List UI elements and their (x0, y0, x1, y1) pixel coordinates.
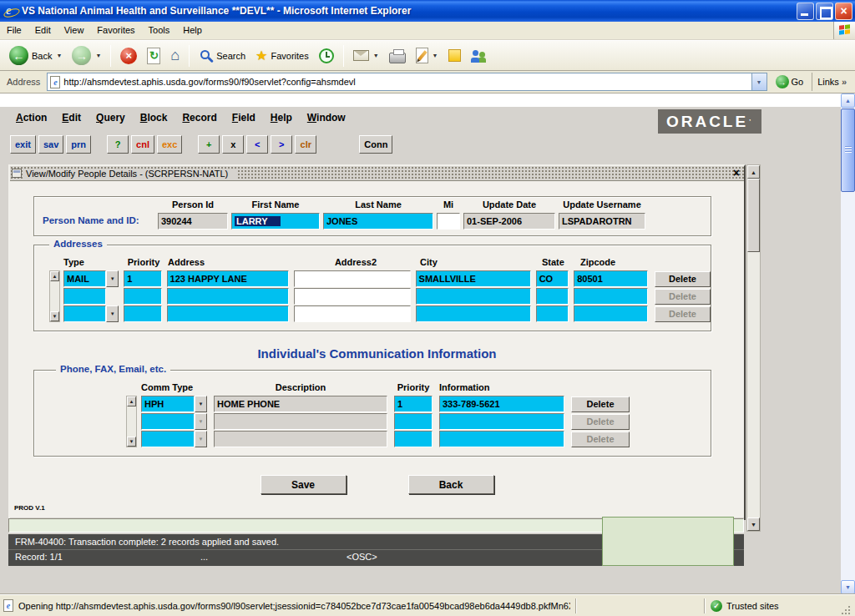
mail-dropdown-icon[interactable]: ▼ (373, 53, 379, 58)
minimize-button[interactable] (797, 3, 814, 20)
forms-menu-record[interactable]: Record (175, 109, 224, 126)
applet-scrollbar[interactable]: ▲ ▼ (746, 164, 761, 532)
comm-priority-field[interactable] (394, 431, 433, 447)
discuss-button[interactable] (467, 43, 490, 68)
refresh-button[interactable]: ↻ (143, 43, 164, 68)
page-scroll-up-icon[interactable]: ▲ (841, 93, 855, 108)
back-dropdown-icon[interactable]: ▼ (56, 53, 62, 58)
clear-toolbar-button[interactable]: clr (295, 135, 316, 154)
comm-type-field[interactable] (141, 431, 195, 447)
insert-record-button[interactable]: + (198, 135, 220, 154)
forward-button[interactable]: → ▼ (68, 43, 105, 68)
description-field[interactable] (214, 431, 387, 447)
page-scroll-thumb[interactable] (841, 109, 855, 192)
forward-dropdown-icon[interactable]: ▼ (95, 53, 101, 58)
applet-scroll-up-icon[interactable]: ▲ (747, 165, 760, 179)
forms-menu-action[interactable]: Action (8, 109, 54, 126)
address-input[interactable] (60, 77, 751, 87)
type-dropdown-icon[interactable]: ▼ (106, 305, 119, 322)
forms-menu-query[interactable]: Query (89, 109, 133, 126)
address2-field[interactable] (294, 270, 411, 287)
exit-button[interactable]: exit (10, 135, 36, 154)
priority-field[interactable] (124, 288, 161, 305)
menu-favorites[interactable]: Favorites (90, 22, 141, 39)
conn-button[interactable]: Conn (359, 135, 392, 154)
applet-scroll-down-icon[interactable]: ▼ (747, 518, 760, 531)
menu-tools[interactable]: Tools (142, 22, 177, 39)
delete-communication-button[interactable]: Delete (571, 396, 630, 412)
links-chevron-icon[interactable]: » (842, 77, 847, 87)
search-button[interactable]: Search (195, 43, 250, 68)
comm-type-field[interactable] (141, 413, 195, 430)
forms-menu-window[interactable]: Window (300, 109, 353, 126)
forms-menu-field[interactable]: Field (225, 109, 263, 126)
edit-dropdown-icon[interactable]: ▼ (433, 53, 438, 58)
information-field[interactable]: 333-789-5621 (439, 396, 564, 412)
favorites-button[interactable]: ★ Favorites (251, 43, 313, 68)
type-field[interactable]: MAIL (63, 270, 106, 287)
back-form-button[interactable]: Back (408, 475, 494, 494)
next-record-button[interactable]: > (271, 135, 292, 154)
mdi-title-bar[interactable]: View/Modify People Details - (SCRPERSN-N… (10, 166, 744, 181)
comm-type-dropdown-icon[interactable]: ▼ (195, 396, 207, 412)
page-scrollbar[interactable]: ▲ ▼ (841, 93, 855, 594)
address-field[interactable] (167, 305, 289, 322)
close-button[interactable]: × (835, 3, 852, 20)
description-field[interactable] (214, 413, 387, 430)
save-button[interactable]: Save (261, 475, 347, 494)
links-bar[interactable]: Links » (812, 73, 852, 91)
home-button[interactable]: ⌂ (166, 43, 184, 68)
update-date-field[interactable]: 01-SEP-2006 (463, 213, 555, 230)
previous-record-button[interactable]: < (246, 135, 268, 154)
page-scroll-down-icon[interactable]: ▼ (841, 580, 855, 594)
resize-grip[interactable] (841, 605, 852, 616)
state-field[interactable]: CO (536, 270, 569, 287)
address-field[interactable] (167, 288, 289, 305)
messenger-button[interactable] (444, 43, 465, 68)
save-toolbar-button[interactable]: sav (38, 135, 63, 154)
mail-button[interactable]: ▼ (349, 43, 383, 68)
address2-field[interactable] (294, 305, 411, 322)
execute-toolbar-button[interactable]: exc (157, 135, 182, 154)
priority-field[interactable]: 1 (124, 270, 161, 287)
cancel-toolbar-button[interactable]: cnl (131, 135, 154, 154)
menu-help[interactable]: Help (176, 22, 209, 39)
city-field[interactable]: SMALLVILLE (416, 270, 531, 287)
zipcode-field[interactable] (574, 288, 648, 305)
state-field[interactable] (536, 305, 569, 322)
address2-field[interactable] (294, 288, 411, 305)
state-field[interactable] (536, 288, 569, 305)
comm-priority-field[interactable]: 1 (394, 396, 433, 412)
edit-button[interactable]: ▼ (412, 43, 443, 68)
delete-address-button[interactable]: Delete (655, 271, 711, 287)
person-id-field[interactable]: 390244 (158, 213, 228, 230)
applet-scroll-thumb[interactable] (747, 179, 760, 252)
go-button[interactable]: → Go (771, 72, 809, 92)
mdi-close-icon[interactable]: × (733, 166, 740, 180)
type-field[interactable] (63, 288, 106, 305)
menu-file[interactable]: File (0, 22, 28, 39)
remove-record-button[interactable]: x (222, 135, 244, 154)
forms-menu-help[interactable]: Help (263, 109, 300, 126)
print-button[interactable] (385, 43, 410, 68)
menu-edit[interactable]: Edit (28, 22, 58, 39)
forms-menu-block[interactable]: Block (133, 109, 175, 126)
priority-field[interactable] (124, 305, 161, 322)
city-field[interactable] (416, 288, 531, 305)
first-name-field[interactable]: LARRY (231, 213, 320, 230)
description-field[interactable]: HOME PHONE (214, 396, 387, 412)
information-field[interactable] (439, 431, 564, 447)
menu-view[interactable]: View (58, 22, 91, 39)
zipcode-field[interactable] (574, 305, 648, 322)
zipcode-field[interactable]: 80501 (574, 270, 648, 287)
forms-menu-edit[interactable]: Edit (54, 109, 89, 126)
back-button[interactable]: ← Back ▼ (5, 43, 66, 68)
comm-priority-field[interactable] (394, 413, 433, 430)
print-toolbar-button[interactable]: prn (66, 135, 91, 154)
address-field[interactable]: 123 HAPPY LANE (167, 270, 289, 287)
help-toolbar-button[interactable]: ? (107, 135, 129, 154)
history-button[interactable] (315, 43, 338, 68)
maximize-button[interactable] (816, 3, 833, 20)
comm-type-field[interactable]: HPH (141, 396, 195, 412)
address-dropdown-icon[interactable]: ▼ (751, 73, 766, 90)
